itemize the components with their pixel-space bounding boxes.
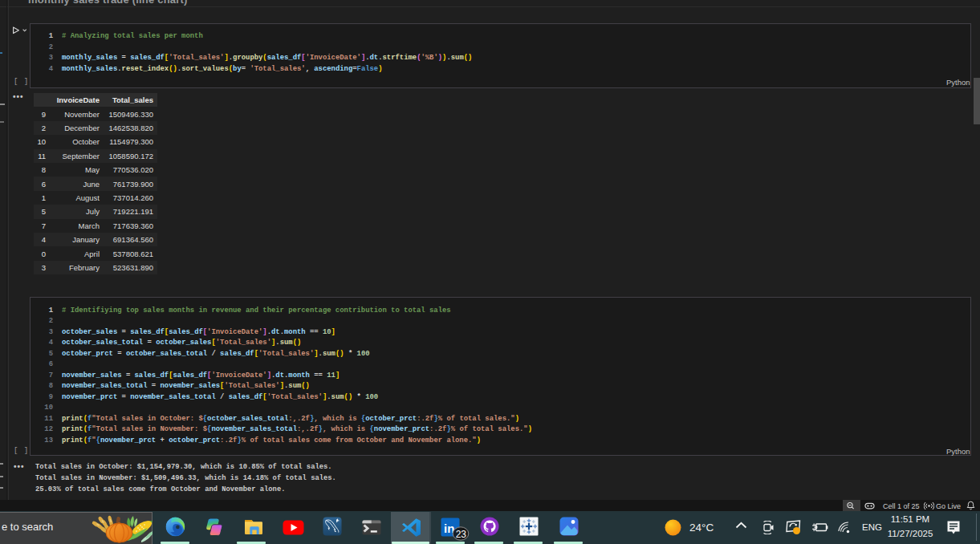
svg-text:23: 23	[456, 529, 467, 540]
